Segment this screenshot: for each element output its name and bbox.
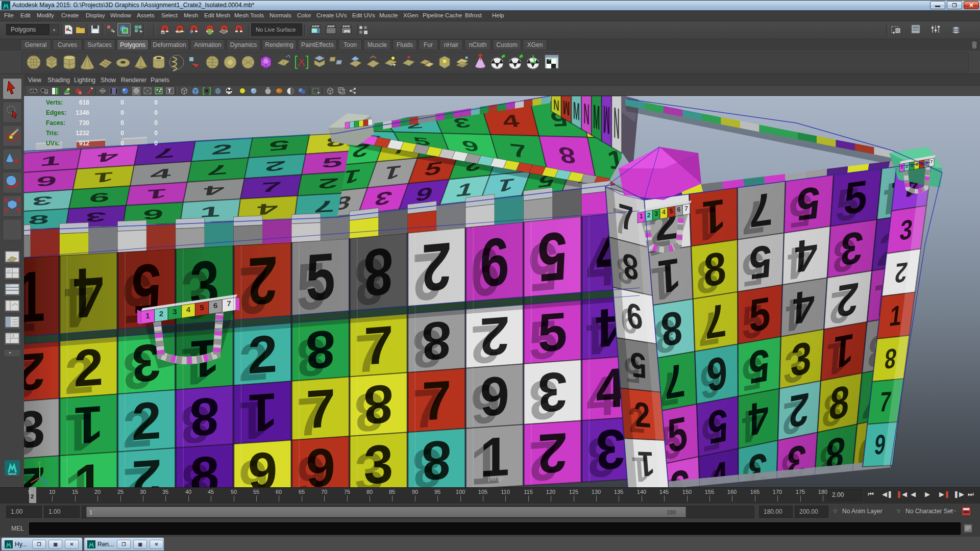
svg-text:y: y (38, 460, 41, 465)
svg-text:4: 4 (662, 209, 666, 216)
svg-text:1: 1 (640, 213, 643, 220)
svg-text:2: 2 (159, 309, 163, 318)
svg-text:IPR: IPR (344, 30, 350, 33)
svg-text:3: 3 (911, 163, 913, 168)
svg-text:5: 5 (200, 303, 204, 312)
svg-text:7: 7 (618, 196, 636, 239)
svg-text:7: 7 (227, 299, 231, 308)
svg-text:1: 1 (636, 444, 656, 484)
svg-text:6: 6 (677, 206, 681, 213)
svg-text:persp: persp (488, 475, 503, 482)
svg-text:3: 3 (654, 210, 658, 217)
svg-text:MAYA: MAYA (8, 472, 16, 475)
svg-text:1: 1 (145, 311, 150, 320)
svg-text:2: 2 (647, 212, 651, 219)
svg-text:T: T (168, 88, 171, 94)
svg-text:3: 3 (173, 307, 177, 316)
svg-text:1: 1 (900, 164, 903, 169)
svg-text:6: 6 (213, 301, 217, 310)
svg-text:5: 5 (670, 208, 673, 215)
svg-text:7: 7 (684, 205, 688, 212)
svg-text:4: 4 (186, 305, 191, 314)
svg-text:5: 5 (629, 345, 648, 386)
svg-text:2: 2 (905, 164, 908, 169)
svg-text:8: 8 (621, 245, 640, 288)
svg-text:6: 6 (625, 295, 644, 337)
svg-text:2: 2 (633, 395, 652, 435)
svg-text:7: 7 (930, 159, 933, 164)
